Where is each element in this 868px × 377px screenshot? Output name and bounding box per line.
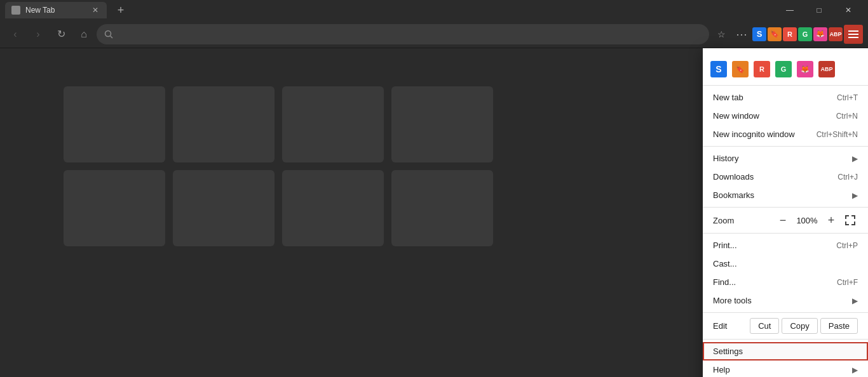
thumbnail bbox=[64, 86, 165, 162]
menu-ext-g[interactable]: G bbox=[775, 61, 792, 77]
svg-rect-4 bbox=[848, 37, 858, 38]
ext-g-icon[interactable]: G bbox=[798, 27, 812, 41]
menu-ext-adblock[interactable]: ABP bbox=[818, 61, 835, 77]
close-button[interactable]: ✕ bbox=[834, 0, 863, 20]
svg-rect-2 bbox=[848, 30, 858, 32]
menu-ext-bookmark[interactable]: 🔖 bbox=[732, 61, 749, 77]
zoom-label: Zoom bbox=[713, 216, 773, 225]
more-tools-item[interactable]: More tools ▶ bbox=[703, 291, 868, 310]
zoom-increase-button[interactable]: + bbox=[824, 213, 839, 228]
context-menu: S 🔖 R G 🦊 ABP New tab Ctrl+T New window … bbox=[703, 48, 868, 377]
minimize-button[interactable]: — bbox=[775, 0, 804, 20]
new-tab-item[interactable]: New tab Ctrl+T bbox=[703, 88, 868, 107]
settings-item[interactable]: Settings bbox=[703, 342, 868, 360]
edit-row: Edit Cut Copy Paste bbox=[703, 315, 868, 336]
tab-title: New Tab bbox=[25, 6, 85, 15]
history-item[interactable]: History ▶ bbox=[703, 149, 868, 168]
thumbnail bbox=[391, 86, 493, 162]
nav-section: New tab Ctrl+T New window Ctrl+N New inc… bbox=[703, 86, 868, 147]
ext-bookmark-icon[interactable]: 🔖 bbox=[768, 27, 782, 41]
maximize-button[interactable]: □ bbox=[804, 0, 834, 20]
active-tab[interactable]: New Tab ✕ bbox=[5, 2, 107, 18]
zoom-decrease-button[interactable]: − bbox=[775, 213, 790, 228]
edit-label: Edit bbox=[713, 321, 747, 331]
new-tab-button[interactable]: + bbox=[112, 1, 130, 19]
main-content: S 🔖 R G 🦊 ABP New tab Ctrl+T New window … bbox=[0, 48, 868, 377]
svg-rect-12 bbox=[854, 222, 855, 225]
svg-rect-3 bbox=[848, 34, 858, 35]
tab-close-button[interactable]: ✕ bbox=[90, 5, 100, 15]
ext-icons-row: S 🔖 R G 🦊 ABP bbox=[703, 56, 868, 83]
ext-adblock-icon[interactable]: ABP bbox=[829, 27, 843, 41]
zoom-row: Zoom − 100% + bbox=[703, 210, 868, 230]
thumbnail bbox=[173, 170, 275, 246]
ext-s-icon[interactable]: S bbox=[752, 27, 766, 41]
bookmark-star-button[interactable]: ☆ bbox=[712, 25, 731, 44]
browsing-section: History ▶ Downloads Ctrl+J Bookmarks ▶ bbox=[703, 147, 868, 208]
search-icon bbox=[104, 30, 113, 39]
reload-button[interactable]: ↻ bbox=[51, 24, 71, 44]
forward-button[interactable]: › bbox=[28, 24, 48, 44]
back-button[interactable]: ‹ bbox=[5, 24, 25, 44]
thumbnail bbox=[64, 170, 165, 246]
new-incognito-item[interactable]: New incognito window Ctrl+Shift+N bbox=[703, 125, 868, 143]
svg-rect-10 bbox=[845, 222, 846, 225]
help-item[interactable]: Help ▶ bbox=[703, 360, 868, 377]
thumbnail bbox=[391, 170, 493, 246]
cut-button[interactable]: Cut bbox=[750, 318, 779, 334]
svg-line-1 bbox=[111, 36, 113, 38]
thumbnail bbox=[282, 86, 384, 162]
tools-section: Print... Ctrl+P Cast... Find... Ctrl+F M… bbox=[703, 234, 868, 313]
print-item[interactable]: Print... Ctrl+P bbox=[703, 236, 868, 255]
ext-r-icon[interactable]: R bbox=[783, 27, 797, 41]
window-controls: — □ ✕ bbox=[775, 0, 863, 20]
ext-firefox-icon[interactable]: 🦊 bbox=[813, 27, 827, 41]
cast-item[interactable]: Cast... bbox=[703, 255, 868, 273]
app-section: Settings Help ▶ Exit Ctrl+Shift+Q bbox=[703, 340, 868, 377]
zoom-section: Zoom − 100% + bbox=[703, 208, 868, 234]
titlebar: New Tab ✕ + — □ ✕ bbox=[0, 0, 868, 20]
toolbar-actions: ☆ ⋯ S 🔖 R G 🦊 ABP bbox=[712, 25, 863, 44]
address-input[interactable] bbox=[118, 29, 702, 39]
menu-ext-r[interactable]: R bbox=[754, 61, 770, 77]
svg-rect-6 bbox=[845, 215, 846, 219]
menu-ext-firefox[interactable]: 🦊 bbox=[797, 61, 813, 77]
svg-rect-8 bbox=[854, 215, 855, 219]
zoom-fullscreen-button[interactable] bbox=[843, 213, 858, 228]
home-button[interactable]: ⌂ bbox=[74, 24, 94, 44]
new-window-item[interactable]: New window Ctrl+N bbox=[703, 107, 868, 125]
find-item[interactable]: Find... Ctrl+F bbox=[703, 273, 868, 291]
downloads-item[interactable]: Downloads Ctrl+J bbox=[703, 168, 868, 186]
ext-icons-section: S 🔖 R G 🦊 ABP bbox=[703, 53, 868, 86]
menu-ext-s[interactable]: S bbox=[710, 61, 727, 77]
thumbnail bbox=[173, 86, 275, 162]
toolbar: ‹ › ↻ ⌂ ☆ ⋯ S 🔖 R G 🦊 ABP bbox=[0, 20, 868, 48]
zoom-controls: − 100% + bbox=[775, 213, 858, 228]
thumbnail bbox=[282, 170, 384, 246]
paste-button[interactable]: Paste bbox=[820, 318, 858, 334]
svg-point-0 bbox=[105, 30, 111, 36]
omnibox[interactable] bbox=[97, 24, 709, 44]
menu-button[interactable] bbox=[844, 25, 863, 44]
edit-section: Edit Cut Copy Paste bbox=[703, 313, 868, 340]
hamburger-icon bbox=[848, 30, 858, 38]
extensions-button[interactable]: ⋯ bbox=[732, 25, 751, 44]
fullscreen-icon bbox=[844, 215, 856, 226]
copy-button[interactable]: Copy bbox=[782, 318, 817, 334]
zoom-value: 100% bbox=[794, 216, 820, 225]
bookmarks-item[interactable]: Bookmarks ▶ bbox=[703, 186, 868, 204]
tab-favicon bbox=[11, 6, 20, 15]
